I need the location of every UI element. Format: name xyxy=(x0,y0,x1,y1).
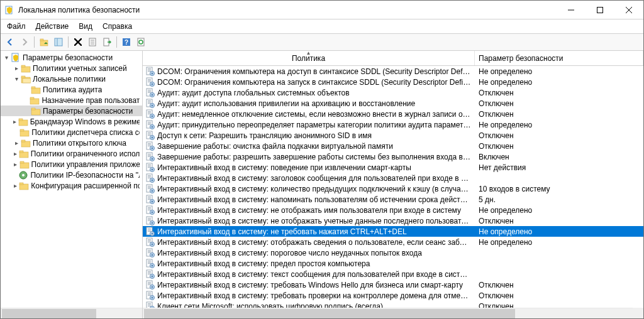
policy-row[interactable]: Интерактивный вход в систему: напоминать… xyxy=(143,194,643,205)
tree-item-public-key[interactable]: ▸ Политики открытого ключа xyxy=(1,138,142,148)
menu-file[interactable]: Файл xyxy=(2,21,31,32)
tree[interactable]: ▾ Параметры безопасности ▸ Политики учет… xyxy=(1,51,142,308)
tree-item-user-rights[interactable]: Назначение прав пользователя xyxy=(1,95,142,105)
tree-item-local-policies[interactable]: ▾ Локальные политики xyxy=(1,73,142,84)
policy-name: Интерактивный вход в систему: не отображ… xyxy=(157,217,475,225)
policy-row[interactable]: Интерактивный вход в систему: отображать… xyxy=(143,237,643,247)
svg-rect-125 xyxy=(148,207,151,208)
policy-value: Не определено xyxy=(475,206,532,215)
policy-name: Завершение работы: очистка файла подкачк… xyxy=(157,142,475,151)
svg-rect-72 xyxy=(148,112,151,113)
column-header-policy[interactable]: ▲ Политика xyxy=(143,51,475,65)
scrollbar-thumb[interactable] xyxy=(144,309,515,318)
column-header-value[interactable]: Параметр безопасности xyxy=(475,51,643,65)
tree-item-security-options[interactable]: Параметры безопасности xyxy=(1,105,142,116)
policy-row[interactable]: Клиент сети Microsoft: использовать цифр… xyxy=(143,301,643,308)
policy-value: Отключен xyxy=(475,281,514,289)
tree-item-advanced-audit[interactable]: ▸ Конфигурация расширенной политики xyxy=(1,180,142,191)
menu-help[interactable]: Справка xyxy=(97,21,137,32)
help-button[interactable]: ? xyxy=(119,35,133,49)
svg-rect-95 xyxy=(148,154,151,154)
back-button[interactable] xyxy=(3,35,17,49)
tree-item-network-list[interactable]: Политики диспетчера списка сетей xyxy=(1,127,142,138)
export-button[interactable] xyxy=(100,35,114,49)
expand-icon[interactable]: ▸ xyxy=(12,182,19,189)
expand-icon[interactable]: ▸ xyxy=(12,118,18,125)
policy-icon xyxy=(145,259,155,269)
policy-name: Интерактивный вход в систему: напоминать… xyxy=(157,195,475,204)
collapse-icon[interactable]: ▾ xyxy=(2,54,11,61)
svg-rect-48 xyxy=(148,70,151,70)
collapse-icon[interactable]: ▾ xyxy=(12,75,21,82)
policy-row[interactable]: Интерактивный вход в систему: заголовок … xyxy=(143,173,643,183)
menu-view[interactable]: Вид xyxy=(74,21,97,32)
policy-row[interactable]: Интерактивный вход в систему: не отображ… xyxy=(143,215,643,226)
svg-rect-78 xyxy=(148,123,151,124)
policy-icon xyxy=(145,131,155,141)
close-button[interactable] xyxy=(614,1,643,19)
svg-rect-55 xyxy=(148,82,151,82)
svg-rect-49 xyxy=(148,71,151,72)
toolbar-separator xyxy=(116,36,117,48)
toolbar-separator xyxy=(68,36,69,48)
forward-button[interactable] xyxy=(18,35,31,49)
svg-point-141 xyxy=(152,232,153,234)
tree-item-firewall[interactable]: ▸ Брандмауэр Windows в режиме повышенной xyxy=(1,116,142,127)
properties-button[interactable] xyxy=(86,35,99,49)
policy-row[interactable]: Интерактивный вход в систему: предел про… xyxy=(143,258,643,269)
policy-row[interactable]: Интерактивный вход в систему: не требова… xyxy=(143,226,643,237)
tree-item-software-restriction[interactable]: ▸ Политики ограниченного использования xyxy=(1,148,142,159)
tree-label: Параметры безопасности xyxy=(23,53,113,62)
policy-row[interactable]: Завершение работы: очистка файла подкачк… xyxy=(143,141,643,151)
svg-rect-40 xyxy=(20,163,29,168)
tree-pane: ▾ Параметры безопасности ▸ Политики учет… xyxy=(1,51,143,318)
up-button[interactable] xyxy=(37,35,51,49)
policy-icon xyxy=(145,280,155,290)
policy-row[interactable]: Интерактивный вход в систему: поведение … xyxy=(143,162,643,173)
svg-rect-27 xyxy=(31,87,35,89)
policy-row[interactable]: Аудит: принудительно переопределяет пара… xyxy=(143,119,643,130)
policy-row[interactable]: DCOM: Ограничения компьютера на доступ в… xyxy=(143,66,643,77)
tree-horizontal-scrollbar[interactable] xyxy=(1,308,142,318)
policy-row[interactable]: Аудит: немедленное отключение системы, е… xyxy=(143,109,643,119)
policy-icon xyxy=(145,67,155,77)
expand-icon[interactable]: ▸ xyxy=(12,150,19,157)
tree-label: Локальные политики xyxy=(33,75,106,84)
policy-row[interactable]: Интерактивный вход в систему: количество… xyxy=(143,183,643,194)
show-hide-tree-button[interactable] xyxy=(52,35,65,49)
tree-item-app-control[interactable]: ▸ Политики управления приложениями xyxy=(1,159,142,170)
tree-root[interactable]: ▾ Параметры безопасности xyxy=(1,52,142,63)
policy-row[interactable]: Интерактивный вход в систему: требовать … xyxy=(143,290,643,301)
policy-row[interactable]: Доступ к сети: Разрешить трансляцию анон… xyxy=(143,130,643,141)
policy-row[interactable]: Интерактивный вход в систему: требовать … xyxy=(143,279,643,290)
tree-item-ipsec[interactable]: Политики IP-безопасности на "Локальный xyxy=(1,170,142,180)
policy-row[interactable]: Интерактивный вход в систему: не отображ… xyxy=(143,205,643,215)
policy-row[interactable]: Интерактивный вход в систему: пороговое … xyxy=(143,247,643,258)
menu-bar: Файл Действие Вид Справка xyxy=(1,19,643,33)
policy-row[interactable]: Аудит: аудит использования привилегии на… xyxy=(143,98,643,109)
svg-rect-143 xyxy=(148,239,151,240)
maximize-button[interactable] xyxy=(586,1,614,19)
expand-icon[interactable]: ▸ xyxy=(12,65,21,72)
expand-icon[interactable]: ▸ xyxy=(12,161,19,168)
tree-label: Политики учетных записей xyxy=(33,64,127,73)
svg-rect-37 xyxy=(21,140,25,142)
tree-label: Политики управления приложениями xyxy=(31,160,140,169)
expand-icon[interactable]: ▸ xyxy=(12,139,21,146)
policy-list[interactable]: DCOM: Ограничения компьютера на доступ в… xyxy=(143,66,643,308)
policy-name: Доступ к сети: Разрешить трансляцию анон… xyxy=(157,131,475,140)
tree-item-account-policies[interactable]: ▸ Политики учетных записей xyxy=(1,63,142,73)
policy-row[interactable]: DCOM: Ограничения компьютера на запуск в… xyxy=(143,77,643,87)
list-horizontal-scrollbar[interactable] xyxy=(143,308,633,318)
refresh-button[interactable] xyxy=(134,35,148,49)
scrollbar-thumb[interactable] xyxy=(2,309,96,318)
policy-row[interactable]: Аудит: аудит доступа глобальных системны… xyxy=(143,87,643,98)
svg-rect-54 xyxy=(148,80,151,81)
delete-button[interactable] xyxy=(71,35,85,49)
minimize-button[interactable] xyxy=(557,1,586,19)
svg-rect-133 xyxy=(148,220,151,221)
menu-action[interactable]: Действие xyxy=(31,21,74,32)
policy-row[interactable]: Интерактивный вход в систему: текст сооб… xyxy=(143,269,643,279)
policy-row[interactable]: Завершение работы: разрешить завершение … xyxy=(143,151,643,162)
tree-item-audit-policy[interactable]: Политика аудита xyxy=(1,84,142,95)
